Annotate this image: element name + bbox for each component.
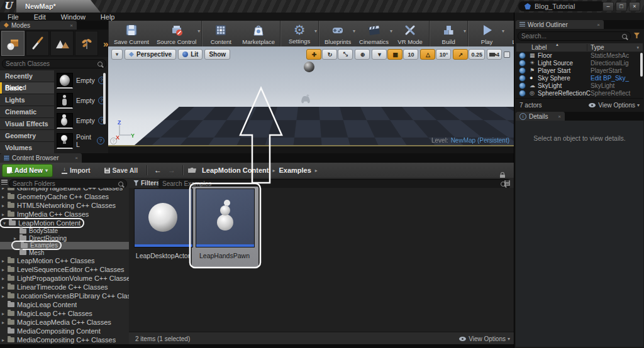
menu-item[interactable]: Window <box>53 13 93 21</box>
tree-item[interactable]: LightPropagationVolume C++ Classes <box>0 274 129 283</box>
placement-item[interactable]: Point L <box>54 131 108 151</box>
help-icon[interactable]: ? <box>110 138 117 144</box>
tab-world-outliner[interactable]: World Outliner × <box>516 20 604 29</box>
grid-snap-button[interactable]: ▦ <box>387 49 402 60</box>
outliner-view-options[interactable]: View Options <box>598 102 635 109</box>
back-arrow-icon[interactable]: ← <box>151 166 165 175</box>
tree-item[interactable]: ImgMedia C++ Classes <box>0 210 129 219</box>
player-start-actor[interactable] <box>299 93 313 106</box>
save-current-button[interactable]: Save Current <box>110 21 153 46</box>
close-tab-icon[interactable]: × <box>597 22 600 28</box>
tree-item[interactable]: GeometryCache C++ Classes <box>0 192 129 201</box>
tree-item[interactable]: MagicLeapMedia C++ Classes <box>0 318 129 327</box>
asset-thumbnail-leaphandspawn[interactable] <box>196 188 255 247</box>
camera-speed-button[interactable]: 4 <box>487 49 502 60</box>
tree-expand-icon[interactable] <box>2 276 8 281</box>
content-button[interactable]: Content <box>203 21 238 46</box>
outliner-row[interactable]: SkyLight SkyLight <box>516 82 643 89</box>
tree-item[interactable]: Examples <box>0 242 129 249</box>
import-button[interactable]: Import <box>57 165 96 177</box>
tree-expand-icon[interactable] <box>2 188 8 191</box>
view-options[interactable]: View Options <box>469 335 506 342</box>
source-control-button[interactable]: Source Control <box>153 21 200 46</box>
tree-expand-icon[interactable] <box>2 267 8 273</box>
tree-item[interactable]: Mesh <box>0 249 129 257</box>
breadcrumb-folder[interactable]: Examples <box>276 166 313 174</box>
play-button[interactable]: Play <box>469 21 504 46</box>
close-button[interactable]: × <box>629 2 640 11</box>
placement-category[interactable]: Volumes <box>0 142 54 153</box>
placement-category[interactable]: Cinematic <box>0 106 54 117</box>
viewport-options-button[interactable]: ▾ <box>111 49 123 60</box>
outliner-row[interactable]: Player Start PlayerStart <box>516 67 643 74</box>
world-local-toggle-button[interactable]: ⊕ <box>355 49 370 60</box>
save-all-button[interactable]: Save All <box>99 165 143 177</box>
tree-item[interactable]: LeapMotion C++ Classes <box>0 256 129 265</box>
scale-tool-button[interactable]: ⤡ <box>338 49 353 60</box>
breadcrumb-folder[interactable]: LeapMotion Content <box>199 166 271 174</box>
outliner-row[interactable]: SphereReflectionCaptur SphereReflect <box>516 89 643 97</box>
tree-expand-icon[interactable] <box>2 293 8 299</box>
tree-expand-icon[interactable] <box>2 194 8 200</box>
asset-name[interactable]: LeapHandsPawn <box>192 252 257 259</box>
sky-sphere-actor[interactable] <box>304 62 314 72</box>
tab-modes[interactable]: Modes × <box>0 21 77 30</box>
move-tool-button[interactable]: ✚ <box>306 49 321 60</box>
foliage-mode-button[interactable] <box>75 31 98 56</box>
tree-item[interactable]: MagicLeap C++ Classes <box>0 309 129 318</box>
rotation-snap-value[interactable]: 10° <box>436 49 451 60</box>
tree-expand-icon[interactable] <box>2 337 8 343</box>
vr-mode-button[interactable]: VR Mode <box>392 21 428 46</box>
actor-type[interactable]: SphereReflect <box>591 90 643 97</box>
outliner-search-input[interactable] <box>521 33 622 40</box>
show-button[interactable]: Show <box>204 49 230 60</box>
blueprints-button[interactable]: Blueprints <box>320 21 355 46</box>
maximize-viewport-button[interactable] <box>504 52 510 58</box>
placement-category[interactable]: Geometry <box>0 130 54 141</box>
search-classes-input[interactable] <box>6 60 97 67</box>
outliner-row[interactable]: Floor StaticMeshAc <box>516 52 643 59</box>
level-name[interactable]: NewMap (Persistent) <box>451 137 509 144</box>
minimize-button[interactable]: – <box>602 2 614 11</box>
breadcrumb-separator-icon[interactable]: ▸ <box>314 168 319 173</box>
placement-category[interactable]: Lights <box>0 94 54 106</box>
placement-item[interactable]: Empty <box>54 90 108 111</box>
tab-content-browser[interactable]: Content Browser × <box>0 153 82 163</box>
actor-type[interactable]: DirectionalLig <box>591 60 643 67</box>
save-search-icon[interactable] <box>504 180 510 186</box>
actor-type[interactable]: StaticMeshAc <box>591 52 643 59</box>
close-tab-icon[interactable]: × <box>70 23 73 28</box>
menu-item[interactable]: File <box>0 13 26 21</box>
tree-expand-icon[interactable] <box>14 236 19 241</box>
rotate-tool-button[interactable]: ↻ <box>322 49 337 60</box>
tree-item[interactable]: LeapMotion Content <box>0 219 129 227</box>
close-tab-icon[interactable]: × <box>75 155 78 161</box>
tree-expand-icon[interactable] <box>3 220 9 226</box>
camera-mode-button[interactable]: Perspective <box>125 49 176 60</box>
asset-thumbnail-leapdesktopactor[interactable] <box>134 188 193 247</box>
tree-item[interactable]: DirectRigging <box>0 235 129 242</box>
add-new-button[interactable]: Add New ▾ <box>2 164 53 177</box>
maximize-button[interactable]: □ <box>616 2 627 11</box>
tree-expand-icon[interactable] <box>2 285 8 290</box>
menu-item[interactable]: Help <box>93 13 123 21</box>
paint-mode-button[interactable] <box>26 31 49 56</box>
outliner-scrollbar[interactable] <box>640 53 643 77</box>
visibility-eye-icon[interactable] <box>519 60 526 67</box>
placement-item[interactable]: Empty <box>54 111 108 131</box>
asset-grid[interactable]: LeapDesktopActor LeapHandsPawn <box>129 188 514 332</box>
level-viewport[interactable]: ▾ Perspective Lit Show ✚ ↻ ⤡ ⊕ ▼ ▦ 10 △ … <box>108 46 514 146</box>
tree-expand-icon[interactable] <box>2 258 8 264</box>
placement-category[interactable]: Basic <box>0 82 54 94</box>
actor-type[interactable]: PlayerStart <box>591 67 643 74</box>
launch-button[interactable]: Launch <box>504 21 514 46</box>
tree-item[interactable]: HTML5Networking C++ Classes <box>0 201 129 210</box>
placement-scrollbar[interactable] <box>103 73 106 124</box>
column-type[interactable]: Type <box>591 43 604 52</box>
tab-details[interactable]: Details × <box>516 112 565 121</box>
tree-item[interactable]: BodyState <box>0 227 129 235</box>
visibility-eye-icon[interactable] <box>519 82 526 89</box>
settings-button[interactable]: ⚙ Settings <box>282 21 317 46</box>
cinematics-button[interactable]: Cinematics <box>355 21 392 46</box>
level-tab[interactable]: NewMap* <box>16 0 101 13</box>
